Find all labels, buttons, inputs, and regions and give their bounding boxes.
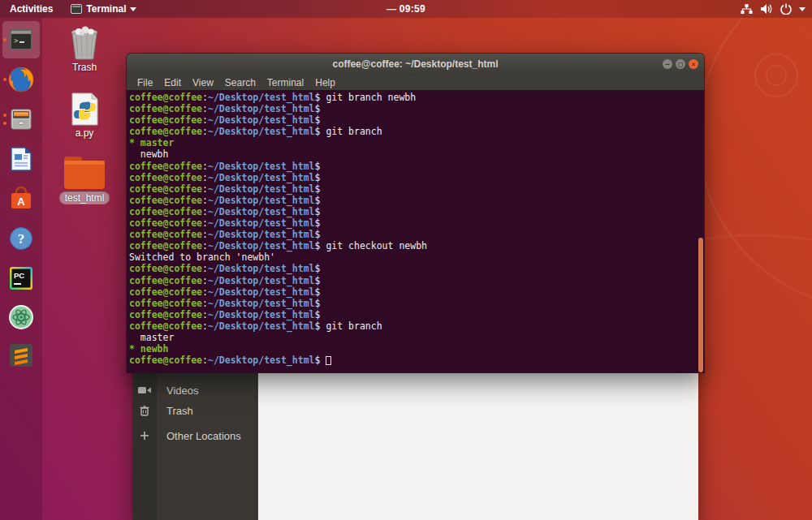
- top-bar: Activities Terminal — 09:59: [0, 0, 812, 18]
- close-button[interactable]: ✕: [689, 59, 698, 69]
- chevron-down-icon: [130, 7, 136, 11]
- terminal-icon: >: [6, 25, 36, 54]
- plus-icon: [132, 431, 157, 440]
- files-window: Videos Trash Other Locations: [132, 357, 698, 520]
- ubuntu-software-icon: A: [6, 184, 36, 213]
- clock[interactable]: — 09:59: [387, 3, 425, 15]
- dock-item-help[interactable]: ?: [2, 220, 40, 257]
- sidebar-item-trash[interactable]: Trash: [132, 401, 257, 420]
- terminal-menubar: File Edit View Search Terminal Help: [127, 75, 704, 90]
- terminal-content[interactable]: coffee@coffee:~/Desktop/test_html$ git b…: [127, 90, 704, 373]
- terminal-line: coffee@coffee:~/Desktop/test_html$: [129, 114, 704, 126]
- terminal-scrollbar-thumb[interactable]: [698, 238, 703, 372]
- terminal-line: coffee@coffee:~/Desktop/test_html$: [129, 172, 704, 183]
- running-indicator: [3, 38, 6, 41]
- terminal-window: coffee@coffee: ~/Desktop/test_html − ▢ ✕…: [126, 53, 705, 373]
- chevron-down-icon: [799, 7, 806, 11]
- minimize-button[interactable]: −: [663, 59, 672, 69]
- svg-text:?: ?: [18, 231, 25, 247]
- desktop-icon-label: test_html: [59, 191, 110, 204]
- terminal-line: coffee@coffee:~/Desktop/test_html$ git b…: [129, 126, 704, 137]
- menu-terminal[interactable]: Terminal: [261, 77, 309, 88]
- svg-text:PC: PC: [14, 271, 24, 280]
- sidebar-item-other-locations[interactable]: Other Locations: [132, 426, 257, 445]
- sidebar-item-videos[interactable]: Videos: [132, 380, 257, 400]
- firefox-icon: [6, 65, 36, 94]
- help-icon: ?: [6, 224, 36, 253]
- network-icon: [741, 3, 753, 15]
- terminal-line: Switched to branch 'newbh': [129, 251, 704, 263]
- desktop-icon-trash[interactable]: Trash: [58, 26, 110, 73]
- running-indicator: [3, 122, 6, 125]
- files-icon: [6, 105, 36, 134]
- dock-item-files[interactable]: [2, 101, 40, 138]
- terminal-cursor: [326, 356, 331, 365]
- running-indicator: [3, 114, 6, 117]
- sidebar-item-label: Trash: [166, 405, 193, 417]
- python-file-icon: [71, 92, 98, 126]
- power-icon: [780, 3, 792, 15]
- running-indicator: [3, 78, 6, 81]
- terminal-line: coffee@coffee:~/Desktop/test_html$: [129, 309, 704, 320]
- terminal-line: coffee@coffee:~/Desktop/test_html$: [129, 275, 704, 286]
- menu-file[interactable]: File: [132, 77, 158, 88]
- sidebar-item-label: Other Locations: [166, 430, 241, 442]
- maximize-button[interactable]: ▢: [676, 59, 685, 69]
- terminal-line: coffee@coffee:~/Desktop/test_html$: [129, 183, 704, 195]
- svg-text:>: >: [14, 37, 19, 45]
- dock-item-atom[interactable]: [2, 299, 40, 336]
- terminal-titlebar[interactable]: coffee@coffee: ~/Desktop/test_html − ▢ ✕: [127, 54, 704, 75]
- files-content-area[interactable]: [258, 357, 698, 520]
- terminal-line: coffee@coffee:~/Desktop/test_html$: [129, 229, 704, 240]
- sidebar-item-label: Videos: [166, 385, 199, 397]
- menu-view[interactable]: View: [187, 77, 219, 88]
- dock-item-libreoffice-writer[interactable]: [2, 140, 40, 178]
- system-status-area[interactable]: [741, 0, 806, 18]
- folder-icon: [63, 156, 106, 190]
- desktop-icon-label: Trash: [58, 62, 110, 73]
- terminal-line: coffee@coffee:~/Desktop/test_html$ git c…: [129, 240, 704, 251]
- terminal-line: * master: [129, 137, 704, 148]
- volume-icon: [760, 3, 773, 15]
- menu-help[interactable]: Help: [309, 77, 341, 88]
- dock-item-firefox[interactable]: [2, 61, 40, 98]
- terminal-line: coffee@coffee:~/Desktop/test_html$: [129, 217, 704, 229]
- dock-item-pycharm[interactable]: PC: [2, 260, 40, 297]
- terminal-line: coffee@coffee:~/Desktop/test_html$: [129, 195, 704, 206]
- terminal-line: coffee@coffee:~/Desktop/test_html$: [129, 103, 704, 114]
- desktop-icon-test-html[interactable]: test_html: [58, 156, 110, 204]
- desktop-icon-apy[interactable]: a.py: [58, 92, 110, 139]
- trash-full-icon: [68, 26, 101, 60]
- atom-icon: [6, 303, 36, 332]
- window-title: coffee@coffee: ~/Desktop/test_html: [332, 58, 498, 70]
- terminal-line: newbh: [129, 148, 704, 160]
- activities-button[interactable]: Activities: [10, 3, 53, 15]
- terminal-line: coffee@coffee:~/Desktop/test_html$: [129, 263, 704, 274]
- menu-search[interactable]: Search: [219, 77, 261, 88]
- terminal-small-icon: [71, 4, 82, 14]
- dock-item-ubuntu-software[interactable]: A: [2, 180, 40, 217]
- dock-item-sublime-text[interactable]: [2, 337, 40, 374]
- terminal-line: coffee@coffee:~/Desktop/test_html$: [129, 206, 704, 217]
- terminal-line: coffee@coffee:~/Desktop/test_html$ git b…: [129, 320, 704, 332]
- terminal-line: master: [129, 332, 704, 343]
- menu-edit[interactable]: Edit: [158, 77, 187, 88]
- files-sidebar: Videos Trash Other Locations: [132, 357, 257, 520]
- terminal-line: coffee@coffee:~/Desktop/test_html$ git b…: [129, 92, 704, 103]
- dock-item-terminal[interactable]: >: [2, 21, 40, 58]
- trash-icon: [132, 405, 157, 416]
- focused-app-menu[interactable]: Terminal: [71, 3, 136, 15]
- libreoffice-writer-icon: [6, 144, 36, 174]
- video-icon: [132, 385, 157, 395]
- terminal-line: * newbh: [129, 343, 704, 355]
- terminal-line: coffee@coffee:~/Desktop/test_html$: [129, 355, 704, 366]
- terminal-line: coffee@coffee:~/Desktop/test_html$: [129, 161, 704, 172]
- desktop: Trash a.py test_html Videos: [0, 0, 812, 520]
- desktop-icon-label: a.py: [58, 127, 110, 139]
- pycharm-icon: PC: [6, 264, 36, 293]
- terminal-line: coffee@coffee:~/Desktop/test_html$: [129, 286, 704, 298]
- dock: >: [0, 18, 42, 520]
- focused-app-name: Terminal: [86, 3, 126, 15]
- terminal-line: coffee@coffee:~/Desktop/test_html$: [129, 298, 704, 309]
- sublime-text-icon: [6, 341, 36, 370]
